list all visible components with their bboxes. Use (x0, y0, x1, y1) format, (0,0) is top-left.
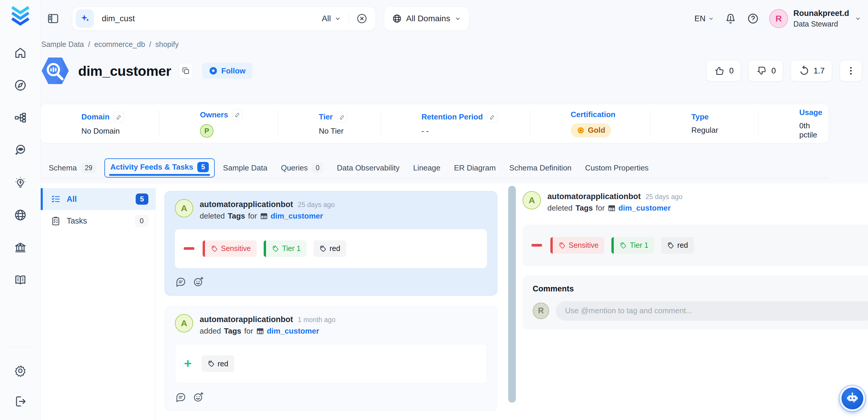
tag-sensitive: Sensitive (550, 237, 604, 253)
global-search-bar[interactable]: dim_cust All (72, 6, 376, 31)
domains-globe-icon[interactable] (13, 208, 27, 222)
feed-timestamp: 1 month ago (298, 316, 336, 324)
tag-label: Tier 1 (630, 241, 648, 249)
tab-activity-feeds[interactable]: Activity Feeds & Tasks 5 (104, 158, 215, 178)
metadata-usage: Usage 0th pctile (758, 104, 829, 143)
tab-schema-definition[interactable]: Schema Definition (509, 163, 571, 173)
feed-timestamp: 25 days ago (646, 193, 682, 201)
tab-queries[interactable]: Queries 0 (281, 163, 323, 173)
metadata-tier: Tier No Tier (278, 104, 381, 143)
comments-section: Comments R (523, 275, 868, 329)
feed-entity-link[interactable]: dim_customer (260, 211, 323, 221)
pencil-icon (489, 114, 495, 120)
user-avatar-initial: R (775, 13, 782, 24)
breadcrumb-schema[interactable]: shopify (155, 40, 179, 49)
reply-comment-icon[interactable] (175, 276, 187, 288)
clear-search-icon[interactable] (356, 13, 368, 25)
downvote-button[interactable]: 0 (749, 60, 783, 82)
tab-label: Data Observability (337, 163, 399, 173)
feed-filter-tasks[interactable]: Tasks 0 (41, 210, 155, 232)
tag-label: red (330, 244, 340, 253)
tab-data-observability[interactable]: Data Observability (337, 163, 399, 173)
table-icon (256, 327, 264, 335)
user-avatar[interactable]: R (769, 9, 788, 28)
certification-badge: Gold (571, 123, 611, 138)
feed-action-object: Tags (224, 326, 241, 336)
edit-owners-button[interactable] (232, 110, 243, 120)
more-options-button[interactable] (840, 60, 862, 82)
follow-button[interactable]: Follow (202, 63, 252, 79)
feed-user-name[interactable]: automatorapplicationbot (548, 192, 641, 201)
upvote-count: 0 (729, 66, 734, 76)
search-input[interactable]: dim_cust (102, 14, 322, 23)
tab-er-diagram[interactable]: ER Diagram (454, 163, 496, 173)
insights-bulb-icon[interactable] (13, 176, 27, 189)
chatbot-button[interactable] (840, 386, 865, 411)
logout-icon[interactable] (13, 395, 27, 408)
reply-comment-icon[interactable] (175, 391, 187, 403)
edit-retention-button[interactable] (487, 112, 498, 122)
breadcrumb-separator: / (149, 40, 151, 49)
tab-badge: 0 (312, 163, 323, 173)
version-number: 1.7 (813, 66, 825, 76)
notifications-bell-icon[interactable] (724, 12, 737, 25)
breadcrumb-service[interactable]: Sample Data (41, 40, 84, 49)
tab-label: Schema Definition (509, 163, 571, 173)
help-icon[interactable] (747, 12, 759, 25)
add-reaction-icon[interactable] (193, 276, 205, 288)
ai-search-icon[interactable] (76, 9, 94, 28)
gold-medal-icon (577, 126, 585, 134)
version-history-button[interactable]: 1.7 (791, 60, 832, 82)
tab-label: Activity Feeds & Tasks (110, 162, 193, 172)
feed-entity-link[interactable]: dim_customer (608, 203, 671, 213)
certification-label: Certification (571, 110, 616, 119)
add-reaction-icon[interactable] (193, 391, 205, 403)
home-icon[interactable] (13, 46, 27, 60)
feed-filter-all[interactable]: All 5 (41, 188, 155, 210)
upvote-button[interactable]: 0 (706, 60, 741, 82)
retention-value: - - (422, 126, 530, 136)
avatar-initial: A (181, 203, 187, 213)
owner-avatar[interactable]: P (200, 124, 214, 138)
copy-name-button[interactable] (179, 63, 193, 79)
tag-icon (319, 245, 327, 252)
tab-sample-data[interactable]: Sample Data (223, 163, 267, 173)
comments-title: Comments (533, 284, 868, 294)
feed-entity-link[interactable]: dim_customer (256, 326, 319, 336)
pencil-icon (235, 112, 240, 118)
edit-tier-button[interactable] (337, 112, 347, 122)
owners-label: Owners (200, 110, 228, 119)
sidebar-toggle-icon[interactable] (46, 12, 60, 25)
lineage-flow-icon[interactable] (13, 111, 27, 124)
feed-user-name[interactable]: automatorapplicationbot (200, 200, 293, 209)
domains-filter-button[interactable]: All Domains (384, 6, 469, 31)
user-menu[interactable]: R Rounakpreet.d Data Steward (769, 8, 862, 29)
app-logo[interactable] (9, 5, 32, 28)
edit-domain-button[interactable] (114, 112, 124, 122)
tab-schema[interactable]: Schema 29 (49, 163, 96, 173)
feed-card-deleted-tags[interactable]: A automatorapplicationbot25 days ago del… (164, 191, 497, 296)
feed-scrollbar[interactable] (508, 186, 516, 402)
left-nav-rail (0, 0, 41, 420)
feed-action-connector: for (248, 211, 257, 221)
settings-gear-icon[interactable] (13, 364, 27, 378)
feed-action-object: Tags (576, 203, 593, 213)
language-selector[interactable]: EN (694, 14, 714, 23)
comment-input[interactable] (556, 301, 868, 321)
governance-bank-icon[interactable] (13, 241, 27, 254)
feed-user-name[interactable]: automatorapplicationbot (200, 315, 293, 324)
tab-label: Schema (49, 163, 77, 173)
tag-red: red (202, 355, 234, 372)
observability-icon[interactable] (13, 143, 27, 157)
breadcrumb-database[interactable]: ecommerce_db (94, 40, 145, 49)
tab-custom-properties[interactable]: Custom Properties (585, 163, 649, 173)
tab-lineage[interactable]: Lineage (413, 163, 441, 173)
feed-filter-label: Tasks (67, 216, 87, 226)
usage-value: 0th pctile (799, 121, 829, 140)
tag-icon (211, 245, 218, 252)
chevron-down-icon (708, 16, 714, 22)
explore-compass-icon[interactable] (13, 79, 27, 92)
search-scope-dropdown[interactable]: All (322, 14, 342, 23)
feed-card-added-tags[interactable]: A automatorapplicationbot1 month ago add… (164, 306, 497, 411)
glossary-book-icon[interactable] (13, 273, 27, 287)
